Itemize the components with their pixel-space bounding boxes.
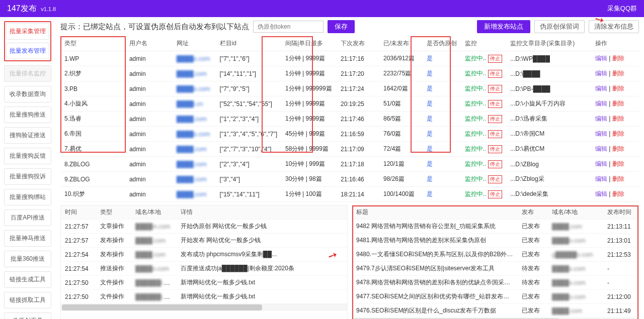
cell-pseudo[interactable]: 是 xyxy=(423,172,461,187)
table-row[interactable]: 8.ZBLOGadmin████.com["2","3","4"]10分钟 | … xyxy=(60,157,639,172)
monitor-stop-button[interactable]: 停止 xyxy=(488,70,502,78)
edit-link[interactable]: 编辑 xyxy=(595,130,607,137)
edit-link[interactable]: 编辑 xyxy=(595,145,607,152)
table-row[interactable]: 4.小旋风admin████i.cn["52","51","54","55"]1… xyxy=(60,96,639,112)
delete-link[interactable]: 删除 xyxy=(612,100,624,107)
sidebar-item-7[interactable]: 百度API推送 xyxy=(4,209,51,226)
cell-pseudo[interactable]: 是 xyxy=(423,112,461,127)
ll-time: 21:27:54 xyxy=(61,248,96,262)
add-site-button[interactable]: 新增发布站点 xyxy=(477,20,530,33)
cell-next: 21:16:46 xyxy=(337,172,379,187)
table-row[interactable]: 9.ZBLOGadmin████.com["3","4"]30分钟 | 98篇2… xyxy=(60,172,639,187)
sidebar-item-3[interactable]: 搜狗验证推送 xyxy=(4,127,51,144)
cell-pseudo[interactable]: 是 xyxy=(423,81,461,96)
delete-link[interactable]: 删除 xyxy=(612,190,624,197)
monitor-stop-button[interactable]: 停止 xyxy=(488,115,502,123)
cell-interval: 1分钟 | 9999篇 xyxy=(281,112,337,127)
table-row[interactable]: 2.织梦admin████.com["14","11","1"]1分钟 | 99… xyxy=(60,66,639,81)
monitor-stop-button[interactable]: 停止 xyxy=(488,100,502,108)
cell-pseudo[interactable]: 是 xyxy=(423,127,461,142)
sidebar-item-11[interactable]: 链接抓取工具 xyxy=(4,292,51,308)
token-input[interactable] xyxy=(253,21,324,33)
delete-link[interactable]: 删除 xyxy=(612,130,624,137)
cell-pseudo[interactable]: 是 xyxy=(423,66,461,81)
edit-link[interactable]: 编辑 xyxy=(595,175,607,182)
cell-interval: 30分钟 | 98篇 xyxy=(281,172,337,187)
edit-link[interactable]: 编辑 xyxy=(595,190,607,197)
lr-th-domain: 域名/本地 xyxy=(548,205,603,220)
cell-type: 6.帝国 xyxy=(60,127,125,142)
cell-user: admin xyxy=(125,81,173,96)
cell-pseudo[interactable]: 是 xyxy=(423,157,461,172)
table-row[interactable]: 10.织梦admin████.com["15","14","11"]1分钟 | … xyxy=(60,187,639,202)
edit-link[interactable]: 编辑 xyxy=(595,115,607,122)
th-url: 网址 xyxy=(173,36,216,51)
edit-link[interactable]: 编辑 xyxy=(595,100,607,107)
delete-link[interactable]: 删除 xyxy=(612,160,624,167)
log-left-scrollbar[interactable] xyxy=(61,304,347,311)
cell-type: 8.ZBLOG xyxy=(60,157,125,172)
cell-colid: ["1","3","4","5","6","7"] xyxy=(216,127,282,142)
monitor-stop-button[interactable]: 停止 xyxy=(488,55,502,63)
monitor-stop-button[interactable]: 停止 xyxy=(488,190,502,198)
edit-link[interactable]: 编辑 xyxy=(595,70,607,77)
cell-interval: 10分钟 | 999篇 xyxy=(281,157,337,172)
edit-link[interactable]: 编辑 xyxy=(595,85,607,92)
cell-type: 3.PB xyxy=(60,81,125,96)
table-row[interactable]: 7.易优admin████.com["2","7","3","10","4"]5… xyxy=(60,142,639,157)
sidebar-item-8[interactable]: 批量神马推送 xyxy=(4,230,51,247)
log-right-row: 9480.一文看懂SEO和SEM的关系与区别,以及你的B2B外贸独立站究竟...… xyxy=(352,248,638,262)
lr-domain: ████o.com xyxy=(548,234,603,248)
monitor-stop-button[interactable]: 停止 xyxy=(488,130,502,138)
sidebar-item-9[interactable]: 批量360推送 xyxy=(4,251,51,267)
sidebar-item-12[interactable]: 伪原创工具 xyxy=(4,312,51,319)
monitor-stop-button[interactable]: 停止 xyxy=(488,85,502,93)
sidebar-item-6[interactable]: 批量搜狗绑站 xyxy=(4,189,51,205)
reserved-words-button[interactable]: 伪原创保留词 xyxy=(534,20,585,33)
sidebar-item-collect[interactable]: 批量采集管理 xyxy=(6,23,49,40)
edit-link[interactable]: 编辑 xyxy=(595,55,607,62)
version-text: v1.1.8 xyxy=(41,6,56,12)
cell-next: 21:17:18 xyxy=(337,157,379,172)
qq-group-link[interactable]: 采集QQ群 ➘ xyxy=(607,4,637,13)
cell-pseudo[interactable]: 是 xyxy=(423,142,461,157)
cell-pseudo[interactable]: 是 xyxy=(423,187,461,202)
sidebar: 批量采集管理 批量发布管理 批量排名监控收录数据查询批量搜狗推送搜狗验证推送批量… xyxy=(0,17,55,319)
cell-mon: 监控中..停止 xyxy=(461,51,507,66)
ll-domain: ████o.com xyxy=(131,262,177,276)
table-row[interactable]: 1.WPadmin████o.com["7","1","6"]1分钟 | 999… xyxy=(60,51,639,66)
sidebar-item-5[interactable]: 批量搜狗投诉 xyxy=(4,168,51,185)
sidebar-item-10[interactable]: 链接生成工具 xyxy=(4,271,51,288)
sidebar-item-publish[interactable]: 批量发布管理 xyxy=(6,43,49,59)
monitor-stop-button[interactable]: 停止 xyxy=(488,145,502,153)
cell-interval: 1分钟 | 9999篇 xyxy=(281,66,337,81)
main-area: 提示：已绑定站点，可设置伪原创后自动发布到以下站点 保存 新增发布站点 伪原创保… xyxy=(55,17,644,319)
sidebar-item-0[interactable]: 批量排名监控 xyxy=(4,65,51,82)
monitor-stop-button[interactable]: 停止 xyxy=(488,175,502,183)
monitor-stop-button[interactable]: 停止 xyxy=(488,160,502,168)
sidebar-item-2[interactable]: 批量搜狗推送 xyxy=(4,107,51,123)
delete-link[interactable]: 删除 xyxy=(612,115,624,122)
delete-link[interactable]: 删除 xyxy=(612,175,624,182)
cell-url: ████i.cn xyxy=(173,96,216,112)
save-button[interactable]: 保存 xyxy=(328,20,355,33)
table-row[interactable]: 5.迅睿admin████.com["1","2","3","4"]1分钟 | … xyxy=(60,112,639,127)
delete-link[interactable]: 删除 xyxy=(612,70,624,77)
cell-pseudo[interactable]: 是 xyxy=(423,96,461,112)
delete-link[interactable]: 删除 xyxy=(612,145,624,152)
cell-user: admin xyxy=(125,142,173,157)
cell-pseudo[interactable]: 是 xyxy=(423,51,461,66)
lr-pub: 已发布 xyxy=(518,248,548,262)
log-left-row: 21:27:50文件操作██████i.com新增网站优化一般多少钱.txt xyxy=(61,290,347,304)
log-right-row: 9479.7步认清SEO和SEM的区别|siteserver发布工具待发布███… xyxy=(352,262,638,276)
sidebar-item-4[interactable]: 批量搜狗反馈 xyxy=(4,148,51,164)
cell-mon: 监控中..停止 xyxy=(461,187,507,202)
ll-type: 文件操作 xyxy=(96,290,131,304)
table-row[interactable]: 3.PBadmin████o.com["7","9","5"]1分钟 | 999… xyxy=(60,81,639,96)
edit-link[interactable]: 编辑 xyxy=(595,160,607,167)
table-row[interactable]: 6.帝国admin████o.com["1","3","4","5","6","… xyxy=(60,127,639,142)
delete-link[interactable]: 删除 xyxy=(612,85,624,92)
app-title: 147发布 v1.1.8 xyxy=(7,4,56,14)
sidebar-item-1[interactable]: 收录数据查询 xyxy=(4,86,51,102)
delete-link[interactable]: 删除 xyxy=(612,55,624,62)
